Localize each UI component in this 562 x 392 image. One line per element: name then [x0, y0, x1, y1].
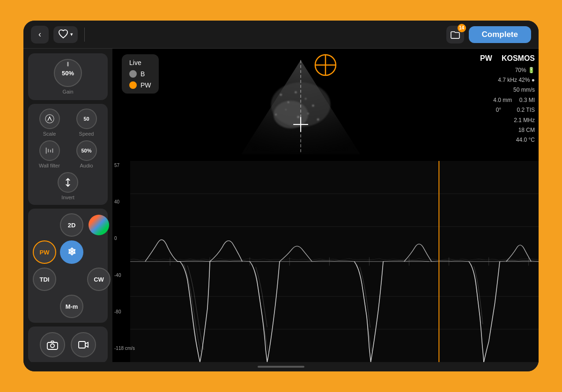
- svg-point-19: [285, 109, 286, 110]
- empty-slot: [33, 213, 56, 237]
- svg-point-22: [317, 118, 319, 120]
- y-axis-neg40: -40: [114, 273, 135, 278]
- record-button[interactable]: [71, 332, 96, 357]
- gain-panel: 50% Gain: [28, 53, 108, 100]
- heart-icon: [58, 29, 68, 40]
- speed-label: Speed: [79, 131, 94, 137]
- speed-value: 50: [513, 87, 519, 93]
- back-button[interactable]: ‹: [31, 26, 49, 44]
- pw-radio-dot: [129, 81, 137, 89]
- invert-label: Invert: [61, 195, 74, 200]
- svg-rect-4: [52, 148, 53, 152]
- svg-point-15: [288, 102, 289, 103]
- tdi-mode-button[interactable]: TDI: [33, 268, 56, 291]
- speed-unit: mm/s: [521, 87, 535, 93]
- live-label: Live: [129, 59, 151, 66]
- battery-pct: 70%: [515, 67, 526, 73]
- battery-icon: 🔋: [528, 67, 535, 73]
- complete-button[interactable]: Complete: [469, 26, 531, 43]
- pw-mode-label: PW: [140, 81, 151, 89]
- y-axis-57: 57: [114, 163, 135, 168]
- angle-value: 0°: [496, 107, 501, 113]
- svg-point-18: [312, 105, 314, 107]
- svg-point-23: [275, 114, 277, 115]
- b-radio-dot: [129, 70, 137, 78]
- header-divider: [84, 28, 85, 42]
- gain-label: Gain: [62, 89, 73, 94]
- y-axis-0: 0: [114, 236, 135, 241]
- svg-point-6: [51, 344, 54, 348]
- svg-rect-3: [50, 150, 51, 152]
- sidebar: 50% Gain Scale 50 Speed: [23, 49, 112, 362]
- tis-label: TIS: [526, 107, 535, 113]
- notification-badge: 14: [458, 24, 466, 32]
- mode-selector-button[interactable]: ▾: [53, 26, 78, 43]
- device-title: KOSMOS: [502, 52, 535, 65]
- speed-dial[interactable]: 50: [76, 109, 97, 129]
- wall-filter-label: Wall filter: [39, 163, 60, 168]
- depth-unit: mm: [503, 97, 512, 103]
- cm-value: 18: [518, 127, 525, 133]
- svg-point-0: [45, 115, 54, 123]
- mi-label: MI: [529, 97, 535, 103]
- y-axis-neg80: -80: [114, 309, 135, 314]
- svg-point-20: [297, 116, 299, 118]
- live-indicator: Live B PW: [122, 54, 159, 94]
- info-panel: PW KOSMOS 70% 🔋 4.7 kHz 42% ●: [480, 52, 535, 145]
- gain-dial[interactable]: 50%: [54, 59, 82, 87]
- action-panel: [28, 327, 108, 362]
- device-frame: ‹ ▾ 14 Complete 50% Gain: [23, 21, 539, 371]
- b-mode-radio[interactable]: B: [129, 70, 151, 78]
- controls-panel: Scale 50 Speed Wall filter: [28, 104, 108, 205]
- mode-panel: 2D PW ❄ TDI CW M-m: [28, 209, 108, 323]
- invert-control: Invert: [33, 172, 103, 200]
- doppler-area: 57 40 0 -40 -80 -118 cm/s: [112, 161, 539, 362]
- cm-unit: CM: [526, 127, 535, 133]
- thermal-icon: ●: [532, 77, 535, 83]
- empty-slot2: [89, 242, 109, 262]
- camera-button[interactable]: [40, 332, 65, 357]
- mi-value: 0.3: [519, 97, 527, 103]
- doppler-waveform: [130, 161, 539, 362]
- svg-point-21: [307, 113, 309, 114]
- 2d-mode-button[interactable]: 2D: [60, 213, 83, 237]
- svg-rect-2: [48, 149, 49, 152]
- b-mode-label: B: [140, 70, 145, 78]
- audio-control: 50% Audio: [70, 140, 103, 168]
- depth-value: 4.0: [493, 97, 501, 103]
- temp-value: 44.0: [516, 137, 527, 143]
- temp-unit: °C: [529, 137, 535, 143]
- invert-button[interactable]: [58, 172, 78, 193]
- main-content: 50% Gain Scale 50 Speed: [23, 49, 539, 362]
- freq-unit: kHz: [507, 77, 517, 83]
- wall-filter-control: Wall filter: [33, 140, 66, 168]
- svg-point-16: [295, 91, 296, 93]
- mode-title: PW: [480, 52, 492, 65]
- svg-point-17: [305, 98, 306, 99]
- cw-mode-button[interactable]: CW: [87, 268, 111, 291]
- freq-value: 4.7: [498, 77, 506, 83]
- freq2-unit: MHz: [523, 117, 535, 123]
- svg-rect-7: [79, 341, 85, 348]
- bottom-bar: [23, 362, 539, 371]
- mm-mode-button[interactable]: M-m: [60, 295, 83, 318]
- audio-dial[interactable]: 50%: [76, 140, 97, 161]
- tis-value: 0.2: [517, 107, 525, 113]
- folder-button[interactable]: 14: [446, 26, 464, 44]
- pw-mode-button[interactable]: PW: [33, 240, 56, 264]
- scale-dial[interactable]: [39, 109, 60, 129]
- svg-point-14: [280, 94, 282, 95]
- home-indicator: [258, 366, 304, 368]
- pw-mode-radio[interactable]: PW: [129, 81, 151, 89]
- scale-control: Scale: [33, 109, 66, 137]
- audio-label: Audio: [80, 163, 93, 168]
- speed-control: 50 Speed: [70, 109, 103, 137]
- chevron-down-icon: ▾: [70, 31, 73, 37]
- color-mode-button[interactable]: [89, 215, 109, 235]
- wall-filter-dial[interactable]: [39, 140, 60, 161]
- y-axis-40: 40: [114, 199, 135, 204]
- scale-label: Scale: [43, 131, 56, 137]
- header: ‹ ▾ 14 Complete: [23, 21, 539, 49]
- ultrasound-display[interactable]: Live B PW: [112, 49, 539, 362]
- freeze-button[interactable]: ❄: [60, 240, 83, 264]
